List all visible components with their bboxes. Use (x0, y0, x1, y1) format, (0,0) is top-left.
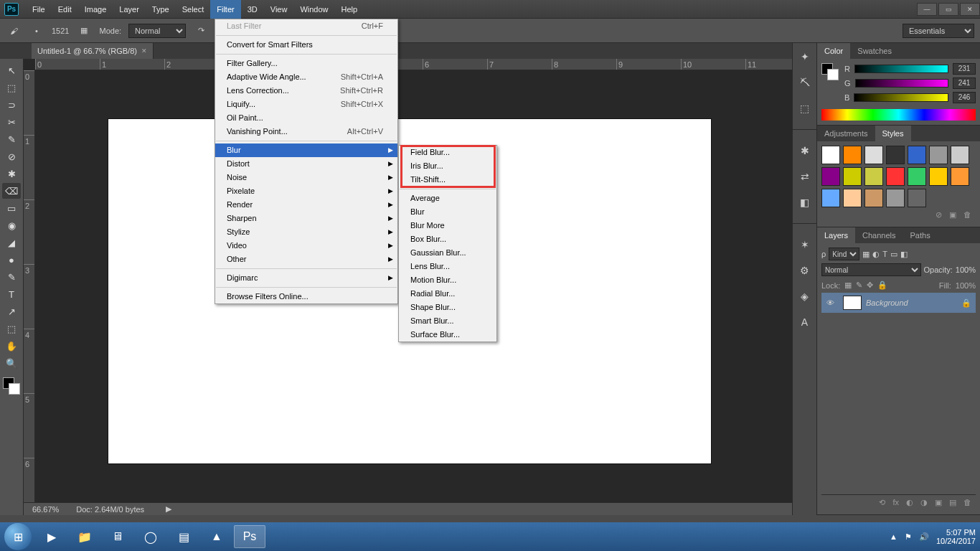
tool-6[interactable]: ✱ (2, 166, 21, 182)
taskbar-chrome[interactable]: ◯ (135, 525, 166, 548)
taskbar-app2[interactable]: ▤ (168, 525, 199, 548)
g-slider[interactable] (855, 79, 948, 88)
tab-adjustments[interactable]: Adjustments (817, 126, 875, 141)
menu-edit[interactable]: Edit (52, 0, 78, 19)
menu-item[interactable]: Lens Correction...Shift+Ctrl+R (215, 84, 397, 98)
menu-select[interactable]: Select (176, 0, 211, 19)
no-style-icon[interactable]: ⊘ (936, 210, 942, 220)
tool-17[interactable]: 🔍 (2, 355, 21, 371)
fill-value[interactable]: 100% (956, 281, 976, 290)
style-swatch[interactable] (843, 167, 862, 186)
clock[interactable]: 5:07 PM10/24/2017 (936, 528, 976, 545)
layer-row-background[interactable]: 👁 Background 🔒 (821, 293, 976, 313)
tab-color[interactable]: Color (817, 43, 850, 59)
fx-icon[interactable]: fx (892, 498, 899, 507)
menu-item[interactable]: Video▶ (215, 239, 397, 253)
layer-kind-select[interactable]: Kind (829, 248, 859, 260)
blend-mode-select[interactable]: Normal (128, 24, 186, 38)
menu-filter[interactable]: Filter (210, 0, 240, 19)
dock-icon-1[interactable]: ⛏ (797, 75, 813, 90)
tool-15[interactable]: ⬚ (2, 321, 21, 336)
taskbar-vlc[interactable]: ▲ (201, 525, 232, 548)
menu-item[interactable]: Blur (399, 205, 496, 219)
menu-item[interactable]: Adaptive Wide Angle...Shift+Ctrl+A (215, 70, 397, 84)
tool-3[interactable]: ✂ (2, 114, 21, 130)
menu-item[interactable]: Vanishing Point...Alt+Ctrl+V (215, 125, 397, 138)
r-slider[interactable] (854, 65, 948, 73)
menu-image[interactable]: Image (78, 0, 113, 19)
style-swatch[interactable] (951, 167, 969, 186)
filter-pixel-icon[interactable]: ▦ (862, 250, 870, 259)
blend-select[interactable]: Normal (821, 263, 921, 276)
tab-paths[interactable]: Paths (903, 227, 938, 243)
r-value[interactable]: 231 (953, 63, 976, 75)
b-value[interactable]: 246 (953, 92, 976, 103)
filter-smart-icon[interactable]: ◧ (900, 250, 908, 259)
menu-item[interactable]: Motion Blur... (399, 273, 496, 287)
layer-lock-icon[interactable]: 🔒 (961, 298, 976, 308)
menu-item[interactable]: Lens Blur... (399, 260, 496, 273)
minimize-button[interactable]: — (917, 3, 937, 16)
dock-icon-5[interactable]: ◧ (797, 194, 813, 210)
filter-adjust-icon[interactable]: ◐ (872, 250, 880, 259)
tab-swatches[interactable]: Swatches (850, 43, 899, 59)
dock-icon-2[interactable]: ⬚ (797, 100, 813, 116)
taskbar-wmp[interactable]: ▶ (36, 525, 67, 548)
style-swatch[interactable] (929, 146, 948, 164)
tray-flag-icon[interactable]: ⚑ (905, 532, 912, 542)
dock-icon-0[interactable]: ✦ (797, 49, 813, 65)
menu-item[interactable]: Render▶ (215, 198, 397, 212)
lock-all-icon[interactable]: 🔒 (877, 281, 887, 290)
brush-size[interactable]: 1521 (52, 27, 69, 35)
menu-type[interactable]: Type (146, 0, 176, 19)
trash-icon[interactable]: 🗑 (963, 210, 971, 220)
dock-icon-8[interactable]: ◈ (797, 288, 813, 304)
tool-5[interactable]: ⊘ (2, 149, 21, 164)
menu-item[interactable]: Average (399, 192, 496, 205)
menu-item[interactable]: Box Blur... (399, 232, 496, 246)
menu-help[interactable]: Help (335, 0, 364, 19)
style-swatch[interactable] (864, 146, 883, 164)
tool-2[interactable]: ⊃ (2, 97, 21, 113)
menu-item[interactable]: Blur▶ (215, 143, 397, 157)
link-icon[interactable]: ⟲ (879, 498, 885, 507)
menu-item[interactable]: Surface Blur... (399, 328, 496, 342)
menu-item[interactable]: Filter Gallery... (215, 57, 397, 70)
menu-item[interactable]: Distort▶ (215, 157, 397, 171)
tool-13[interactable]: T (2, 286, 21, 302)
dock-icon-3[interactable]: ✱ (797, 143, 813, 159)
menu-view[interactable]: View (264, 0, 294, 19)
menu-item[interactable]: Iris Blur... (399, 159, 496, 173)
style-swatch[interactable] (951, 146, 969, 164)
status-flyout-icon[interactable]: ▶ (166, 504, 171, 514)
tab-layers[interactable]: Layers (817, 227, 855, 243)
tool-1[interactable]: ⬚ (2, 80, 21, 95)
workspace-chooser[interactable]: Essentials (903, 24, 974, 38)
menu-3d[interactable]: 3D (241, 0, 264, 19)
dock-icon-9[interactable]: A (797, 314, 813, 330)
style-swatch[interactable] (886, 146, 905, 164)
tool-12[interactable]: ✎ (2, 269, 21, 285)
style-swatch[interactable] (843, 189, 862, 207)
close-tab-icon[interactable]: ✕ (141, 43, 147, 59)
tool-4[interactable]: ✎ (2, 131, 21, 147)
style-swatch[interactable] (821, 146, 840, 164)
style-swatch[interactable] (821, 167, 840, 186)
dock-icon-4[interactable]: ⇄ (797, 169, 813, 184)
tool-14[interactable]: ↗ (2, 303, 21, 319)
group-icon[interactable]: ▣ (935, 498, 942, 507)
tool-9[interactable]: ◉ (2, 217, 21, 233)
trash-icon[interactable]: 🗑 (963, 498, 971, 507)
brush-dot-icon[interactable]: • (29, 23, 44, 39)
doc-info[interactable]: Doc: 2.64M/0 bytes (76, 505, 144, 514)
style-swatch[interactable] (864, 167, 883, 186)
tool-preset-icon[interactable]: 🖌 (6, 23, 22, 39)
menu-item[interactable]: Pixelate▶ (215, 184, 397, 198)
lock-pos-icon[interactable]: ✥ (867, 281, 873, 290)
menu-item[interactable]: Blur More (399, 219, 496, 232)
tool-16[interactable]: ✋ (2, 338, 21, 354)
fgbg-swatch[interactable] (821, 63, 839, 80)
opt-arrow-icon[interactable]: ↷ (193, 23, 209, 39)
tab-styles[interactable]: Styles (875, 126, 911, 141)
menu-item[interactable]: Smart Blur... (399, 314, 496, 328)
